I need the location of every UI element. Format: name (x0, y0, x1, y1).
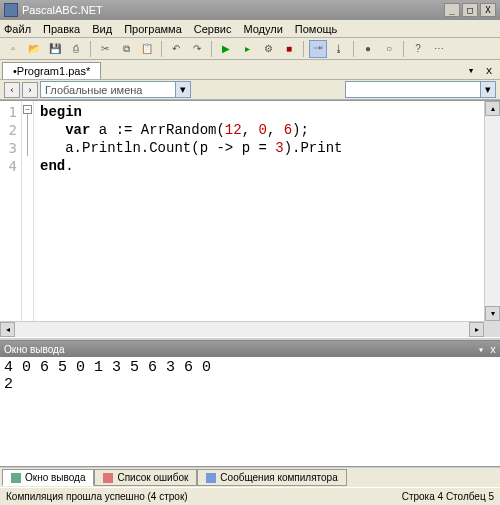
new-file-icon[interactable]: ▫ (4, 40, 22, 58)
app-icon (4, 3, 18, 17)
editor[interactable]: 1 2 3 4 − begin var a := ArrRandom(12, 0… (0, 100, 500, 321)
fold-column: − (22, 101, 34, 321)
titlebar: PascalABC.NET _ □ X (0, 0, 500, 20)
toolbar: ▫ 📂 💾 ⎙ ✂ ⧉ 📋 ↶ ↷ ▶ ▸ ⚙ ■ ⭲ ⭳ ● ○ ? ⋯ (0, 38, 500, 60)
paste-icon[interactable]: 📋 (138, 40, 156, 58)
minimize-button[interactable]: _ (444, 3, 460, 17)
panel-close-icon[interactable]: x (490, 344, 496, 355)
tab-close-icon[interactable]: x (482, 63, 496, 77)
cut-icon[interactable]: ✂ (96, 40, 114, 58)
toggle-bp-icon[interactable]: ○ (380, 40, 398, 58)
stop-icon[interactable]: ■ (280, 40, 298, 58)
scroll-down-icon[interactable]: ▾ (485, 306, 500, 321)
menu-program[interactable]: Программа (124, 23, 182, 35)
compile-icon[interactable]: ⚙ (259, 40, 277, 58)
menu-edit[interactable]: Правка (43, 23, 80, 35)
cursor-position: Строка 4 Столбец 5 (402, 491, 494, 502)
line-gutter: 1 2 3 4 (0, 101, 22, 321)
menu-service[interactable]: Сервис (194, 23, 232, 35)
status-message: Компиляция прошла успешно (4 строк) (6, 491, 188, 502)
compiler-icon (206, 473, 216, 483)
maximize-button[interactable]: □ (462, 3, 478, 17)
tab-compiler[interactable]: Сообщения компилятора (197, 469, 346, 486)
menubar: Файл Правка Вид Программа Сервис Модули … (0, 20, 500, 38)
nav-fwd-icon[interactable]: › (22, 82, 38, 98)
output-icon (11, 473, 21, 483)
file-tab[interactable]: •Program1.pas* (2, 62, 101, 79)
global-names-combo[interactable]: Глобальные имена ▾ (40, 81, 191, 98)
open-icon[interactable]: 📂 (25, 40, 43, 58)
step-over-icon[interactable]: ⭲ (309, 40, 327, 58)
fold-toggle-icon[interactable]: − (23, 105, 32, 114)
run-no-debug-icon[interactable]: ▸ (238, 40, 256, 58)
menu-view[interactable]: Вид (92, 23, 112, 35)
status-bar: Компиляция прошла успешно (4 строк) Стро… (0, 487, 500, 505)
menu-file[interactable]: Файл (4, 23, 31, 35)
nav-back-icon[interactable]: ‹ (4, 82, 20, 98)
breakpoint-icon[interactable]: ● (359, 40, 377, 58)
help-icon[interactable]: ? (409, 40, 427, 58)
output-panel-title: Окно вывода (4, 344, 64, 355)
menu-help[interactable]: Помощь (295, 23, 338, 35)
error-list-icon (103, 473, 113, 483)
menu-modules[interactable]: Модули (243, 23, 282, 35)
step-into-icon[interactable]: ⭳ (330, 40, 348, 58)
tab-output[interactable]: Окно вывода (2, 469, 94, 486)
copy-icon[interactable]: ⧉ (117, 40, 135, 58)
bottom-tabs: Окно вывода Список ошибок Сообщения комп… (0, 467, 500, 487)
chevron-down-icon[interactable]: ▾ (480, 82, 495, 97)
run-icon[interactable]: ▶ (217, 40, 235, 58)
close-button[interactable]: X (480, 3, 496, 17)
output-panel-header: Окно вывода ▾ x (0, 341, 500, 357)
output-area[interactable]: 4 0 6 5 0 1 3 5 6 3 6 0 2 (0, 357, 500, 467)
scroll-up-icon[interactable]: ▴ (485, 101, 500, 116)
tab-errors[interactable]: Список ошибок (94, 469, 197, 486)
window-title: PascalABC.NET (22, 4, 103, 16)
panel-options-icon[interactable]: ▾ (478, 344, 484, 355)
tabbar: •Program1.pas* ▾ x (0, 60, 500, 80)
search-bar: ‹ › Глобальные имена ▾ ▾ (0, 80, 500, 100)
tab-dropdown-icon[interactable]: ▾ (464, 63, 478, 77)
code-area[interactable]: begin var a := ArrRandom(12, 0, 6); a.Pr… (34, 101, 484, 321)
horizontal-scrollbar[interactable]: ◂ ▸ (0, 321, 500, 337)
scroll-right-icon[interactable]: ▸ (469, 322, 484, 337)
save-all-icon[interactable]: ⎙ (67, 40, 85, 58)
vertical-scrollbar[interactable]: ▴ ▾ (484, 101, 500, 321)
save-icon[interactable]: 💾 (46, 40, 64, 58)
options-icon[interactable]: ⋯ (430, 40, 448, 58)
scroll-left-icon[interactable]: ◂ (0, 322, 15, 337)
undo-icon[interactable]: ↶ (167, 40, 185, 58)
combo-placeholder: Глобальные имена (41, 84, 147, 96)
members-combo[interactable]: ▾ (345, 81, 496, 98)
redo-icon[interactable]: ↷ (188, 40, 206, 58)
scroll-corner (484, 321, 500, 337)
chevron-down-icon[interactable]: ▾ (175, 82, 190, 97)
